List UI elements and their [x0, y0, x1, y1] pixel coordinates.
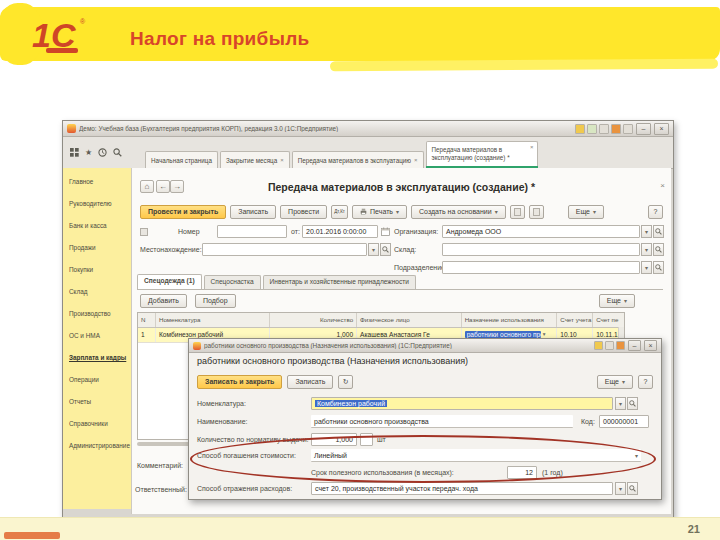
favorites-star-icon[interactable]: ★	[85, 148, 92, 157]
dialog-more-button[interactable]: Еще ▾	[597, 375, 633, 389]
info-icon[interactable]	[599, 124, 609, 134]
chevron-down-icon[interactable]: ▾	[543, 331, 546, 337]
sidebar-item-operations[interactable]: Операции	[69, 376, 125, 383]
number-input[interactable]	[217, 225, 287, 238]
col-header-purpose[interactable]: Назначение использования	[462, 313, 558, 327]
sidebar-item-main[interactable]: Главное	[69, 178, 125, 185]
tab-close-icon[interactable]: ×	[530, 144, 534, 152]
chevron-down-icon[interactable]: ▾	[641, 261, 652, 274]
location-input[interactable]	[202, 243, 367, 256]
dialog-close-button[interactable]: ×	[644, 340, 657, 351]
col-header-quantity[interactable]: Количество	[270, 313, 357, 327]
lookup-magnifier-icon[interactable]	[653, 225, 664, 238]
chevron-down-icon[interactable]: ▾	[641, 243, 652, 256]
table-horizontal-scrollbar[interactable]	[137, 442, 193, 446]
tab-materials-transfer-list[interactable]: Передача материалов в эксплуатацию ×	[292, 151, 424, 168]
sidebar-item-production[interactable]: Производство	[69, 310, 125, 317]
col-header-account[interactable]: Счет учета	[557, 313, 593, 327]
tab-materials-transfer-new[interactable]: Передача материалов в эксплуатацию (созд…	[426, 141, 538, 168]
warehouse-field-buttons: ▾	[641, 243, 664, 256]
search-icon[interactable]	[113, 148, 122, 157]
tab-inventory-supplies[interactable]: Инвентарь и хозяйственные принадлежности	[263, 275, 416, 289]
sidebar-item-sales[interactable]: Продажи	[69, 244, 125, 251]
tab-close-icon[interactable]: ×	[414, 157, 418, 163]
quantity-input[interactable]: 1,000	[311, 433, 357, 446]
lookup-magnifier-icon[interactable]	[653, 243, 664, 256]
sidebar-item-reports[interactable]: Отчеты	[69, 398, 125, 405]
unit-picker[interactable]	[360, 433, 373, 446]
code-input[interactable]: 000000001	[599, 415, 649, 428]
organization-input[interactable]: Андромеда ООО	[442, 225, 640, 238]
post-button[interactable]: Провести	[280, 205, 327, 219]
useful-life-input[interactable]: 12	[507, 466, 537, 479]
sidebar-item-payroll-hr[interactable]: Зарплата и кадры	[69, 354, 125, 361]
minimize-button[interactable]: –	[636, 123, 651, 135]
expense-method-input[interactable]: счет 20, производственный участок переда…	[311, 482, 613, 495]
sidebar-item-warehouse[interactable]: Склад	[69, 288, 125, 295]
col-header-nomenclature[interactable]: Номенклатура	[156, 313, 271, 327]
auto-number-icon[interactable]	[140, 228, 148, 236]
nomenclature-input[interactable]: Комбинезон рабочий	[311, 397, 613, 410]
name-input[interactable]: работники основного производства	[311, 415, 573, 428]
save-and-close-button[interactable]: Записать и закрыть	[197, 375, 282, 389]
add-row-button[interactable]: Добавить	[140, 294, 187, 308]
help-button[interactable]: ?	[648, 205, 663, 219]
attachments-icon-button[interactable]	[529, 205, 544, 219]
tab-month-closing[interactable]: Закрытие месяца ×	[220, 151, 290, 168]
warehouse-input[interactable]	[442, 243, 640, 256]
document-close-icon[interactable]: ×	[660, 181, 665, 190]
sidebar-item-purchases[interactable]: Покупки	[69, 266, 125, 273]
col-header-person[interactable]: Физическое лицо	[357, 313, 462, 327]
expense-method-label: Способ отражения расходов:	[197, 485, 292, 492]
col-header-n[interactable]: N	[138, 313, 156, 327]
report-icon-button[interactable]	[510, 205, 525, 219]
dt-kt-postings-icon[interactable]: Дт,Кт	[331, 205, 348, 219]
post-and-close-button[interactable]: Провести и закрыть	[140, 205, 226, 219]
calendar-icon[interactable]	[381, 227, 390, 236]
lookup-magnifier-icon[interactable]	[627, 482, 638, 495]
sidebar-item-fixed-assets[interactable]: ОС и НМА	[69, 332, 125, 339]
dialog-minimize-button[interactable]: –	[628, 340, 641, 351]
tab-close-icon[interactable]: ×	[280, 157, 284, 163]
tab-home[interactable]: Начальная страница	[145, 151, 218, 168]
chevron-down-icon[interactable]: ▾	[635, 452, 638, 459]
calendar-service-icon[interactable]	[587, 124, 597, 134]
chevron-down-icon[interactable]: ▾	[368, 243, 379, 256]
refresh-icon[interactable]: ↻	[338, 375, 353, 389]
lookup-magnifier-icon[interactable]	[380, 243, 391, 256]
chevron-down-icon[interactable]: ▾	[615, 397, 626, 410]
lookup-magnifier-icon[interactable]	[653, 261, 664, 274]
table-more-button[interactable]: Еще ▾	[599, 294, 635, 308]
pick-button[interactable]: Подбор	[195, 294, 236, 308]
info-icon[interactable]	[605, 341, 614, 350]
chevron-down-icon[interactable]: ▾	[641, 225, 652, 238]
responsible-label: Ответственный:	[135, 486, 187, 493]
print-button[interactable]: Печать ▾	[352, 205, 407, 219]
menu-grid-icon[interactable]	[70, 148, 79, 157]
purpose-selected-value[interactable]: работники основного прои	[465, 331, 541, 338]
tab-workwear[interactable]: Спецодежда (1)	[137, 274, 202, 289]
settings-icon[interactable]	[623, 124, 633, 134]
memory-icon[interactable]	[611, 124, 621, 134]
calculator-icon[interactable]	[575, 124, 585, 134]
create-based-on-button[interactable]: Создать на основании ▾	[411, 205, 506, 219]
tab-special-equipment[interactable]: Спецоснастка	[204, 275, 261, 289]
sidebar-item-manager[interactable]: Руководителю	[69, 200, 125, 207]
save-button[interactable]: Записать	[230, 205, 276, 219]
dialog-save-button[interactable]: Записать	[287, 375, 333, 389]
sidebar-item-bank-cash[interactable]: Банк и касса	[69, 222, 125, 229]
chevron-down-icon[interactable]: ▾	[615, 482, 626, 495]
sidebar-item-administration[interactable]: Администрирование	[69, 442, 125, 449]
memory-icon[interactable]	[616, 341, 625, 350]
date-input[interactable]: 20.01.2016 0:00:00	[302, 225, 378, 238]
col-header-transfer-account[interactable]: Счет пе	[593, 313, 624, 327]
lookup-magnifier-icon[interactable]	[627, 397, 638, 410]
department-input[interactable]	[442, 261, 640, 274]
calculator-icon[interactable]	[594, 341, 603, 350]
writeoff-method-select[interactable]: Линейный ▾	[311, 449, 641, 462]
history-clock-icon[interactable]	[98, 148, 107, 157]
close-window-button[interactable]: ×	[654, 123, 669, 135]
dialog-help-button[interactable]: ?	[638, 375, 653, 389]
more-button[interactable]: Еще ▾	[568, 205, 604, 219]
sidebar-item-catalogs[interactable]: Справочники	[69, 420, 125, 427]
